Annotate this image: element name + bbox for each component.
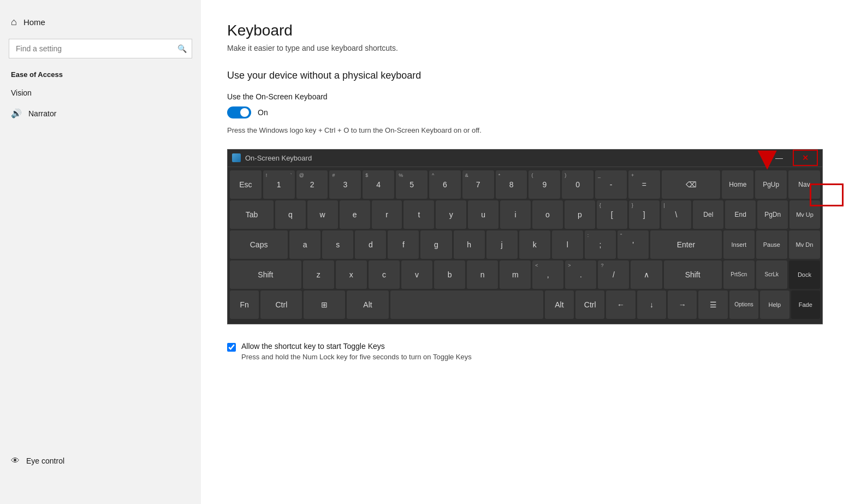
osk-titlebar: On-Screen Keyboard — ✕ [228,150,822,167]
key-pgup[interactable]: PgUp [755,170,787,199]
key-options[interactable]: Options [729,290,758,319]
key-6[interactable]: ^6 [429,170,461,199]
sidebar-item-eye-control[interactable]: 👁 Eye control [0,450,201,471]
key-i[interactable]: i [500,200,531,229]
search-input[interactable] [9,39,192,58]
sidebar: ⌂ Home 🔍 Ease of Access Vision 🔊 Narrato… [0,0,201,504]
key-a[interactable]: a [289,230,320,259]
key-t[interactable]: t [403,200,434,229]
key-tab[interactable]: Tab [230,200,274,229]
key-q[interactable]: q [275,200,306,229]
key-nav[interactable]: Nav [788,170,820,199]
key-arrow-down[interactable]: ↓ [637,290,666,319]
key-arrow-left[interactable]: ← [606,290,635,319]
key-pgdn[interactable]: PgDn [757,200,788,229]
osk-close-button[interactable]: ✕ [793,150,818,166]
sidebar-item-narrator[interactable]: 🔊 Narrator [0,103,201,124]
key-help[interactable]: Help [760,290,789,319]
onscreen-keyboard-toggle[interactable] [227,106,251,118]
key-mvdn[interactable]: Mv Dn [789,230,820,259]
key-shift-right[interactable]: Shift [664,260,722,289]
key-pause[interactable]: Pause [756,230,787,259]
osk-title-bar-left: On-Screen Keyboard [232,153,312,162]
key-lbracket[interactable]: {[ [597,200,627,229]
toggle-keys-text: Allow the shortcut key to start Toggle K… [241,342,472,361]
key-comma[interactable]: <, [532,260,563,289]
key-slash[interactable]: ?/ [598,260,629,289]
key-equals[interactable]: += [628,170,660,199]
main-content: Keyboard Make it easier to type and use … [201,0,849,504]
key-scrlk[interactable]: ScrLk [756,260,787,289]
key-9[interactable]: (9 [529,170,560,199]
key-x[interactable]: x [336,260,367,289]
home-nav-item[interactable]: ⌂ Home [0,11,201,33]
key-f[interactable]: f [388,230,419,259]
key-dock[interactable]: Dock [789,260,820,289]
key-p[interactable]: p [565,200,595,229]
key-del[interactable]: Del [693,200,723,229]
key-k[interactable]: k [519,230,550,259]
key-prtscn[interactable]: PrtScn [723,260,755,289]
key-space[interactable] [390,290,543,319]
key-o[interactable]: o [532,200,563,229]
key-backslash[interactable]: |\ [661,200,692,229]
key-e[interactable]: e [340,200,370,229]
key-menu[interactable]: ☰ [698,290,727,319]
key-5[interactable]: %5 [396,170,428,199]
key-0[interactable]: )0 [562,170,593,199]
toggle-keys-checkbox[interactable] [227,343,236,352]
key-win[interactable]: ⊞ [304,290,345,319]
key-l[interactable]: l [552,230,583,259]
key-z[interactable]: z [303,260,334,289]
key-enter[interactable]: Enter [650,230,722,259]
key-d[interactable]: d [355,230,386,259]
osk-minimize-button[interactable]: — [767,150,792,166]
key-caret[interactable]: ∧ [631,260,662,289]
sidebar-item-vision[interactable]: Vision [0,83,201,103]
section-heading: Use your device without a physical keybo… [227,70,823,81]
key-alt-right[interactable]: Alt [545,290,574,319]
key-esc[interactable]: Esc [230,170,262,199]
key-minus[interactable]: _- [595,170,627,199]
key-3[interactable]: #3 [329,170,361,199]
key-1[interactable]: !1` [263,170,295,199]
key-v[interactable]: v [401,260,432,289]
key-ctrl-left[interactable]: Ctrl [260,290,302,319]
key-fade[interactable]: Fade [791,290,820,319]
sidebar-item-label: Narrator [28,109,56,118]
key-shift-left[interactable]: Shift [230,260,301,289]
key-r[interactable]: r [372,200,402,229]
key-backspace[interactable]: ⌫ [662,170,721,199]
key-mvup[interactable]: Mv Up [789,200,820,229]
key-quote[interactable]: "' [618,230,649,259]
key-rbracket[interactable]: }] [629,200,660,229]
key-u[interactable]: u [468,200,498,229]
key-fn[interactable]: Fn [230,290,259,319]
key-8[interactable]: *8 [496,170,527,199]
key-insert[interactable]: Insert [723,230,755,259]
key-y[interactable]: y [436,200,466,229]
key-w[interactable]: w [307,200,338,229]
key-ctrl-right[interactable]: Ctrl [575,290,604,319]
key-period[interactable]: >. [565,260,596,289]
key-alt-left[interactable]: Alt [347,290,388,319]
key-b[interactable]: b [434,260,465,289]
key-j[interactable]: j [486,230,518,259]
key-4[interactable]: $4 [363,170,394,199]
key-m[interactable]: m [500,260,531,289]
key-2[interactable]: @2 [296,170,328,199]
key-home[interactable]: Home [722,170,753,199]
sidebar-item-label: Eye control [26,456,64,465]
key-arrow-right[interactable]: → [668,290,697,319]
toggle-row: On [227,106,823,118]
key-caps[interactable]: Caps [230,230,288,259]
key-s[interactable]: s [322,230,353,259]
key-h[interactable]: h [454,230,485,259]
key-n[interactable]: n [467,260,498,289]
key-semicolon[interactable]: :; [585,230,616,259]
key-g[interactable]: g [420,230,452,259]
key-end[interactable]: End [725,200,756,229]
key-c[interactable]: c [369,260,400,289]
key-7[interactable]: &7 [462,170,494,199]
search-box: 🔍 [9,39,192,58]
